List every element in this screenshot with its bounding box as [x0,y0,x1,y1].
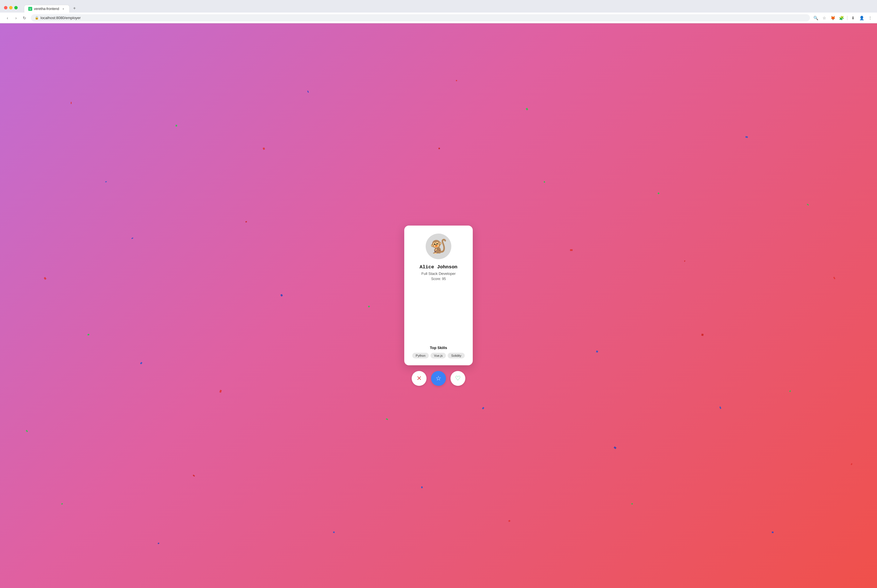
confetti-piece [851,464,853,465]
action-buttons: ✕ ☆ ♡ [412,371,465,386]
browser-content: 🐒 Alice Johnson Full Stack Developer Sco… [0,23,877,588]
reload-button[interactable]: ↻ [21,15,28,21]
profile-card: 🐒 Alice Johnson Full Stack Developer Sco… [404,225,473,365]
confetti-piece [701,334,704,336]
superlike-button[interactable]: ☆ [431,371,446,386]
tab-bar: v veretha-frontend × + [24,4,78,12]
skill-tag: Solidity [448,353,464,358]
confetti-piece [87,334,90,336]
confetti-piece [368,305,370,308]
confetti-piece [386,418,388,420]
confetti-piece [482,407,484,410]
confetti-piece [570,249,572,251]
title-bar: v veretha-frontend × + [0,0,877,12]
tab-close-icon[interactable]: × [62,7,65,11]
confetti-piece [176,125,177,127]
confetti-piece [658,192,659,194]
confetti-piece [263,147,265,150]
confetti-piece [631,503,633,505]
forward-button[interactable]: › [12,15,20,21]
confetti-piece [333,531,335,533]
confetti-piece [745,136,748,138]
tab-title: veretha-frontend [34,7,60,11]
confetti-piece [61,503,63,505]
back-button[interactable]: ‹ [4,15,11,21]
minimize-button[interactable] [9,6,12,9]
top-skills-section: Top Skills PythonVue.jsSolidity [410,340,467,358]
candidate-score: Score: 95 [431,277,446,281]
maximize-button[interactable] [14,6,18,9]
menu-icon[interactable]: ⋮ [867,15,873,21]
address-bar: ‹ › ↻ 🔒 localhost:8080/employer 🔍 ☆ 🦊 🧩 … [0,12,877,23]
confetti-piece [140,362,143,364]
confetti-piece [456,80,458,81]
confetti-piece [684,260,685,262]
top-skills-title: Top Skills [410,346,467,350]
browser-chrome: v veretha-frontend × + ‹ › ↻ 🔒 localhost… [0,0,877,23]
confetti-piece [508,520,511,522]
traffic-lights [4,6,18,9]
confetti-piece [772,531,774,533]
confetti-piece [193,474,195,477]
search-icon[interactable]: 🔍 [813,15,818,21]
confetti-piece [158,542,159,544]
confetti-piece [596,351,598,353]
confetti-piece [421,486,422,488]
confetti-piece [245,221,247,223]
url-text: localhost:8080/employer [41,16,81,20]
extensions-icon[interactable]: 🧩 [838,15,844,21]
confetti-piece [132,237,134,239]
toolbar-icons: 🔍 ☆ 🦊 🧩 ⬇ 👤 ⋮ [813,15,873,21]
confetti-piece [526,108,529,110]
nav-buttons: ‹ › ↻ [4,15,28,21]
extension-fox-icon[interactable]: 🦊 [830,15,836,21]
candidate-role: Full Stack Developer [421,272,456,276]
card-wrapper: 🐒 Alice Johnson Full Stack Developer Sco… [404,225,473,386]
confetti-piece [544,182,545,183]
toolbar-divider [847,16,847,20]
close-button[interactable] [4,6,8,9]
bookmark-icon[interactable]: ☆ [821,15,827,21]
confetti-piece [280,294,283,297]
reject-button[interactable]: ✕ [412,371,426,386]
confetti-piece [71,102,72,104]
confetti-piece [614,446,617,449]
confetti-piece [807,204,809,206]
confetti-piece [307,90,309,93]
confetti-piece [438,148,440,149]
confetti-piece [26,430,28,432]
download-icon[interactable]: ⬇ [850,15,856,21]
url-bar[interactable]: 🔒 localhost:8080/employer [31,14,810,21]
like-button[interactable]: ♡ [451,371,465,386]
skills-tags: PythonVue.jsSolidity [410,353,467,358]
lock-icon: 🔒 [35,16,39,20]
skill-tag: Python [412,353,429,358]
confetti-piece [789,390,791,392]
confetti-piece [219,390,222,393]
confetti-piece [719,406,721,409]
skill-tag: Vue.js [431,353,446,358]
new-tab-button[interactable]: + [71,4,78,12]
active-tab[interactable]: v veretha-frontend × [24,5,70,12]
avatar: 🐒 [426,234,451,259]
confetti-piece [44,277,47,280]
tab-favicon: v [28,7,32,11]
profile-icon[interactable]: 👤 [859,15,865,21]
confetti-piece [105,182,107,183]
candidate-name: Alice Johnson [420,264,458,270]
confetti-piece [833,277,835,279]
